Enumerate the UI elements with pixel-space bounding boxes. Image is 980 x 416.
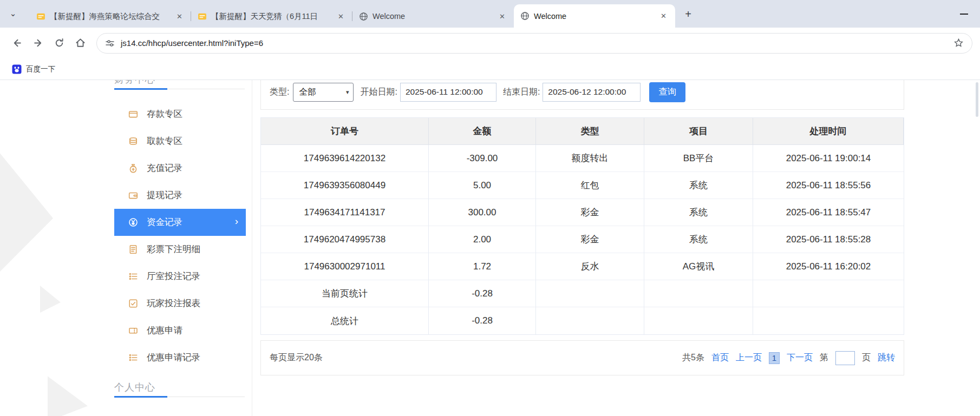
- sidebar-item-deposit[interactable]: 存款专区: [114, 101, 246, 128]
- cell-time: 2025-06-11 18:55:47: [753, 199, 904, 226]
- total-count-label: 共5条: [682, 352, 704, 364]
- decor-triangle: [48, 370, 88, 416]
- type-select-value: 全部: [299, 87, 316, 98]
- baidu-favicon-icon: [12, 64, 22, 74]
- sidebar-item-fund-record[interactable]: 资金记录 ›: [114, 209, 246, 236]
- new-tab-button[interactable]: +: [682, 8, 695, 21]
- sidebar-item-label: 资金记录: [147, 216, 182, 228]
- sidebar-item-withdraw-record[interactable]: 提现记录: [114, 182, 246, 209]
- jump-link[interactable]: 跳转: [878, 352, 895, 364]
- tab-close-icon[interactable]: ✕: [658, 11, 669, 21]
- tab-title: Welcome: [534, 12, 654, 21]
- sidebar-item-lottery-bet-detail[interactable]: 彩票下注明细: [114, 236, 246, 263]
- browser-tab-active[interactable]: Welcome ✕: [514, 4, 675, 28]
- col-header-amount: 金额: [429, 118, 536, 145]
- tab-title: 【新提醒】海燕策略论坛综合交: [50, 11, 170, 22]
- tab-close-icon[interactable]: ✕: [174, 11, 185, 22]
- sidebar-section-personal: 个人中心: [114, 381, 245, 397]
- section-underline: [114, 89, 245, 89]
- tab-close-icon[interactable]: ✕: [497, 11, 507, 22]
- address-bar[interactable]: js14.cc/hhcp/usercenter.html?iniType=6: [96, 33, 972, 54]
- sidebar-divider: [252, 80, 252, 416]
- records-table: 订单号 金额 类型 项目 处理时间 1749639614220132 -309.…: [260, 117, 904, 335]
- cell-order: 1749620474995738: [261, 226, 429, 253]
- cell-amount: 300.00: [429, 199, 536, 226]
- table-row-page-total: 当前页统计 -0.28: [261, 280, 904, 307]
- cell-time: 2025-06-11 18:55:28: [753, 226, 904, 253]
- money-bag-icon: [128, 163, 138, 173]
- ticket-icon: [128, 326, 138, 335]
- browser-tab[interactable]: Welcome ✕: [352, 5, 514, 28]
- sidebar-item-withdraw-area[interactable]: 取款专区: [114, 128, 246, 155]
- cell-amount: -309.00: [429, 145, 536, 172]
- bookmark-label: 百度一下: [26, 64, 55, 74]
- url-text[interactable]: js14.cc/hhcp/usercenter.html?iniType=6: [121, 38, 263, 48]
- cell-project: AG视讯: [644, 253, 753, 280]
- tab-title: 【新提醒】天天竞猜（6月11日: [211, 11, 331, 22]
- cell-time: [753, 280, 904, 307]
- cell-type: 反水: [536, 253, 644, 280]
- forum-favicon-icon: [36, 12, 45, 21]
- window-minimize-button[interactable]: [960, 14, 968, 15]
- globe-favicon-icon: [359, 12, 368, 21]
- type-filter-label: 类型:: [270, 87, 289, 98]
- current-page-indicator[interactable]: 1: [769, 352, 780, 364]
- sidebar-item-player-bet-report[interactable]: 玩家投注报表: [114, 290, 246, 317]
- fund-icon: [128, 217, 138, 227]
- page-content: 财务中心 存款专区 取款专区 充值记录 提现记录 资金记录: [0, 80, 980, 416]
- tab-close-icon[interactable]: ✕: [336, 11, 346, 22]
- sidebar-item-label: 厅室投注记录: [147, 270, 200, 282]
- browser-tab[interactable]: 【新提醒】海燕策略论坛综合交 ✕: [30, 5, 191, 28]
- browser-tab[interactable]: 【新提醒】天天竞猜（6月11日 ✕: [191, 5, 352, 28]
- tab-title: Welcome: [373, 12, 493, 21]
- cell-order: 1749639356080449: [261, 172, 429, 199]
- sidebar-item-promo-apply[interactable]: 优惠申请: [114, 317, 246, 344]
- cell-type: [536, 307, 644, 334]
- col-header-time: 处理时间: [753, 118, 904, 145]
- end-date-input[interactable]: [543, 83, 641, 102]
- site-settings-icon[interactable]: [105, 38, 115, 48]
- list-icon: [128, 353, 138, 362]
- page-number-input[interactable]: [835, 351, 855, 365]
- cell-type: 红包: [536, 172, 644, 199]
- cell-project: 系统: [644, 172, 753, 199]
- pagination-bar: 每页显示20条 共5条 首页 上一页 1 下一页 第 页 跳转: [260, 340, 904, 375]
- next-page-link[interactable]: 下一页: [787, 352, 813, 364]
- cell-project: [644, 280, 753, 307]
- wallet-icon: [128, 190, 138, 200]
- back-button[interactable]: [8, 34, 26, 52]
- filter-bar: 类型: 全部 ▾ 开始日期: 结束日期: 查询: [260, 80, 904, 110]
- prev-page-link[interactable]: 上一页: [736, 352, 762, 364]
- chevron-down-icon: ▾: [346, 89, 349, 96]
- sidebar-section-finance: 财务中心: [114, 80, 245, 89]
- col-header-type: 类型: [536, 118, 644, 145]
- window-controls: [960, 0, 968, 28]
- bookmark-star-icon[interactable]: [953, 38, 964, 48]
- sidebar-item-promo-apply-record[interactable]: 优惠申请记录: [114, 344, 246, 371]
- home-button[interactable]: [71, 34, 89, 52]
- table-row: 1749630002971011 1.72 反水 AG视讯 2025-06-11…: [261, 253, 904, 280]
- cell-time: 2025-06-11 19:00:14: [753, 145, 904, 172]
- end-date-label: 结束日期:: [503, 87, 540, 98]
- cell-project: [644, 307, 753, 334]
- list-icon: [128, 272, 138, 281]
- cell-type: 额度转出: [536, 145, 644, 172]
- bookmark-item-baidu[interactable]: 百度一下: [8, 62, 59, 76]
- cell-time: 2025-06-11 18:55:56: [753, 172, 904, 199]
- type-select[interactable]: 全部 ▾: [293, 83, 354, 102]
- browser-nav-bar: js14.cc/hhcp/usercenter.html?iniType=6: [0, 28, 980, 58]
- report-check-icon: [128, 299, 138, 308]
- reload-button[interactable]: [50, 34, 68, 52]
- search-button[interactable]: 查询: [649, 82, 685, 102]
- start-date-input[interactable]: [400, 83, 496, 102]
- cell-type: 彩金: [536, 199, 644, 226]
- sidebar-item-hall-bet-record[interactable]: 厅室投注记录: [114, 263, 246, 290]
- first-page-link[interactable]: 首页: [711, 352, 729, 364]
- decor-triangle: [40, 286, 61, 313]
- sidebar-item-recharge-record[interactable]: 充值记录: [114, 155, 246, 182]
- forum-favicon-icon: [198, 12, 207, 21]
- tab-search-chevron-icon[interactable]: ⌄: [6, 7, 19, 20]
- page-scrollbar[interactable]: [976, 82, 978, 117]
- globe-favicon-icon: [520, 11, 530, 21]
- forward-button[interactable]: [29, 34, 47, 52]
